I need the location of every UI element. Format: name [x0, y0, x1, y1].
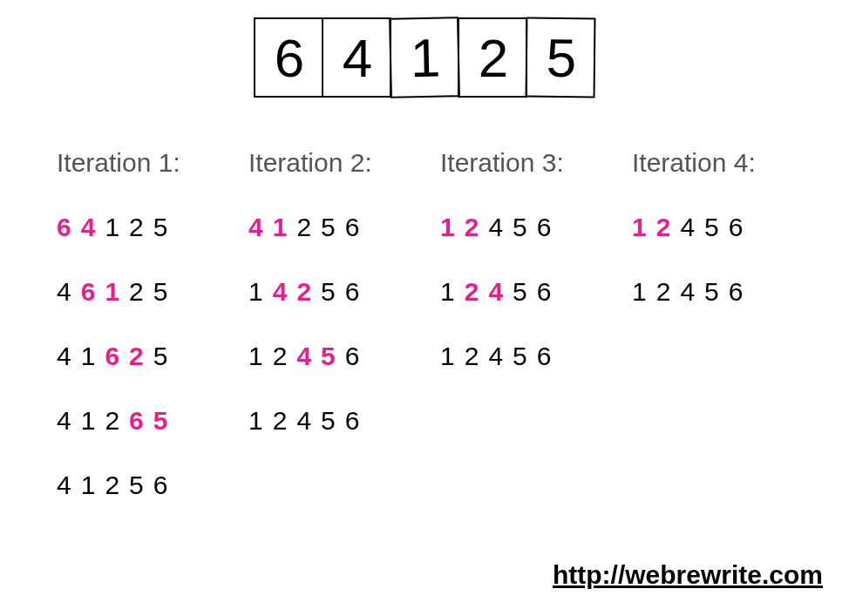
num: 6 [537, 277, 553, 306]
num: 1 [248, 406, 264, 435]
num: 4 [488, 213, 504, 241]
num: 5 [321, 277, 336, 306]
iteration-2: Iteration 2: 41256 14256 12456 12456 [248, 148, 423, 535]
num: 4 [488, 277, 504, 306]
num: 5 [153, 406, 169, 435]
num: 5 [321, 342, 336, 370]
num: 1 [81, 342, 97, 370]
num: 5 [129, 470, 145, 499]
step-row: 12456 [632, 277, 806, 305]
num: 4 [296, 342, 312, 370]
initial-cell: 6 [254, 17, 323, 98]
num: 4 [57, 277, 72, 306]
num: 2 [656, 213, 672, 241]
num: 6 [729, 277, 744, 306]
iteration-3: Iteration 3: 12456 12456 12456 [440, 148, 615, 535]
step-row: 14256 [248, 277, 423, 305]
num: 2 [656, 277, 672, 306]
initial-cell: 4 [322, 17, 391, 98]
num: 2 [296, 213, 312, 241]
num: 5 [153, 213, 169, 241]
num: 1 [440, 213, 456, 241]
step-row: 12456 [440, 342, 615, 369]
step-row: 12456 [440, 213, 615, 240]
num: 2 [129, 342, 145, 370]
step-row: 46125 [57, 277, 231, 305]
num: 2 [296, 277, 312, 306]
step-row: 41265 [57, 406, 231, 434]
num: 6 [57, 213, 72, 241]
num: 1 [248, 342, 264, 370]
step-row: 12456 [248, 342, 423, 369]
num: 4 [57, 470, 72, 499]
num: 4 [248, 213, 264, 241]
num: 2 [465, 277, 480, 306]
num: 4 [488, 342, 504, 370]
num: 6 [129, 406, 145, 435]
num: 5 [513, 213, 528, 241]
num: 1 [632, 277, 648, 306]
num: 4 [680, 277, 696, 306]
initial-cell: 5 [526, 17, 596, 98]
step-row: 64125 [57, 213, 231, 240]
num: 4 [273, 277, 289, 306]
num: 1 [105, 213, 120, 241]
iteration-title: Iteration 2: [248, 148, 423, 178]
num: 5 [153, 342, 169, 370]
num: 4 [296, 406, 312, 435]
num: 4 [57, 406, 72, 435]
num: 6 [537, 213, 553, 241]
num: 2 [273, 406, 289, 435]
num: 6 [345, 342, 361, 370]
num: 1 [632, 213, 648, 241]
num: 5 [513, 342, 528, 370]
num: 1 [440, 277, 456, 306]
num: 5 [513, 277, 528, 306]
num: 5 [321, 406, 336, 435]
initial-cell: 2 [458, 17, 527, 98]
num: 6 [81, 277, 97, 306]
iteration-4: Iteration 4: 12456 12456 [632, 148, 806, 535]
step-row: 12456 [440, 277, 615, 305]
source-url: http://webrewrite.com [553, 560, 823, 590]
num: 5 [321, 213, 336, 241]
num: 2 [273, 342, 289, 370]
num: 1 [81, 406, 97, 435]
num: 2 [105, 406, 120, 435]
step-row: 41256 [248, 213, 423, 240]
num: 4 [680, 213, 696, 241]
iteration-1: Iteration 1: 64125 46125 41625 41265 412… [57, 148, 231, 535]
iteration-title: Iteration 1: [57, 148, 231, 178]
num: 6 [105, 342, 120, 370]
num: 2 [465, 342, 480, 370]
num: 5 [153, 277, 169, 306]
num: 6 [345, 277, 361, 306]
num: 6 [729, 213, 744, 241]
step-row: 12456 [248, 406, 423, 434]
num: 1 [248, 277, 264, 306]
step-row: 12456 [632, 213, 806, 240]
initial-cell: 1 [389, 17, 460, 98]
num: 5 [704, 277, 720, 306]
num: 1 [105, 277, 120, 306]
iteration-title: Iteration 3: [440, 148, 615, 178]
num: 2 [129, 277, 145, 306]
num: 6 [345, 213, 361, 241]
diagram-canvas: 6 4 1 2 5 Iteration 1: 64125 46125 41625… [0, 0, 849, 616]
num: 4 [81, 213, 97, 241]
num: 2 [105, 470, 120, 499]
num: 5 [704, 213, 720, 241]
num: 2 [129, 213, 145, 241]
initial-array: 6 4 1 2 5 [254, 17, 595, 98]
num: 1 [81, 470, 97, 499]
step-row: 41625 [57, 342, 231, 369]
num: 1 [273, 213, 289, 241]
num: 1 [440, 342, 456, 370]
num: 4 [57, 342, 72, 370]
iterations: Iteration 1: 64125 46125 41625 41265 412… [57, 148, 806, 535]
num: 6 [537, 342, 553, 370]
num: 2 [465, 213, 480, 241]
iteration-title: Iteration 4: [632, 148, 806, 178]
num: 6 [153, 470, 169, 499]
step-row: 41256 [57, 470, 231, 498]
